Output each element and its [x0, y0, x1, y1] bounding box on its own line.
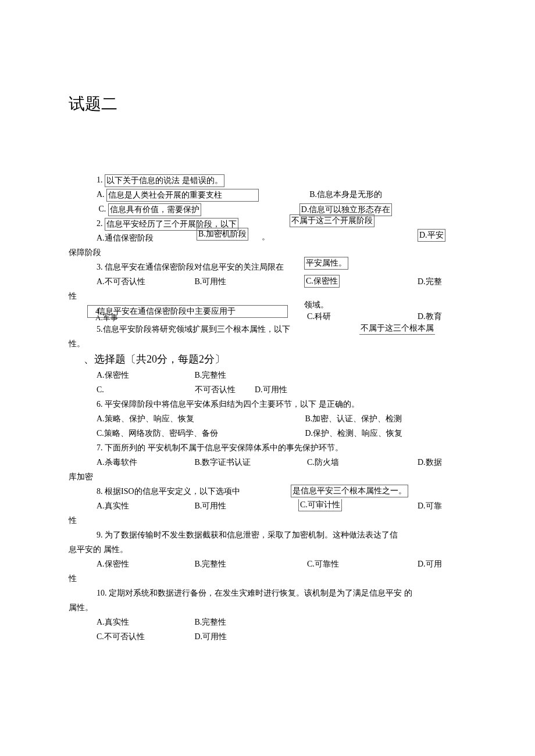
q10-stem: 10. 定期对系统和数据进行备份，在发生灾难时进行恢复。该机制是为了满足信息平安… — [69, 586, 466, 600]
q1-row-ab: A. 信息是人类社会开展的重要支柱 B.信息本身是无形的 — [69, 188, 466, 202]
page-title: 试题二 — [69, 93, 466, 115]
section-heading: 、选择题〔共20分，每题2分〕 — [69, 352, 466, 366]
q8-stem: 8. 根据ISO的信息平安定义，以下选项中 是信息平安三个根本属性之一。 — [69, 485, 466, 499]
q6-c: C.策略、网络攻防、密码学、备份 — [97, 427, 303, 440]
q5-num: 5. — [97, 325, 103, 334]
q2-tail-box: 不属于这三个开展阶段 — [290, 214, 374, 227]
q5-row-ab: A.保密性 B.完整性 — [69, 368, 466, 382]
exam-page: 试题二 1. 以下关于信息的说法 是错误的。 A. 信息是人类社会开展的重要支柱… — [0, 0, 535, 644]
q2-stem: 2. 信息平安经历了三个开展阶段，以下 不属于这三个开展阶段 — [69, 217, 466, 231]
q6-row-cd: C.策略、网络攻防、密码学、备份 D.保护、检测、响应、恢复 — [69, 427, 466, 440]
q8-num: 8. — [97, 487, 105, 496]
q9-stem: 9. 为了数据传输时不发生数据截获和信息泄密，采取了加密机制。这种做法表达了信 — [69, 528, 466, 542]
q10-a: A.真实性 — [97, 615, 192, 629]
q6-b: B.加密、认证、保护、检测 — [305, 414, 402, 423]
q2-dot: 。 — [262, 230, 270, 244]
q7-num: 7. — [97, 443, 105, 452]
q8-b: B.可用性 — [195, 499, 294, 513]
q9-stem-text: 为了数据传输时不发生数据截获和信息泄密，采取了加密机制。这种做法表达了信 — [105, 531, 398, 539]
q5-tail-box: 不属于这三个根本属 — [359, 323, 435, 335]
q1-stem: 1. 以下关于信息的说法 是错误的。 — [69, 173, 466, 187]
q3-b: B.可用性 — [195, 275, 276, 289]
q5-d: D.可用性 — [255, 385, 287, 394]
q4-d: D.教育 — [418, 310, 442, 324]
q3-cont: 性 — [69, 289, 466, 303]
q1-num: 1. — [97, 175, 103, 184]
q5-stem-text: 信息平安阶段将研究领域扩展到三个根本属性，以下 — [103, 325, 290, 334]
q2-num: 2. — [97, 219, 103, 228]
q9-num: 9. — [97, 531, 105, 539]
q1-stem-box: 以下关于信息的说法 是错误的。 — [105, 174, 224, 187]
q5-cont: 性。 — [69, 337, 466, 351]
q10-c: C.不可否认性 — [97, 630, 192, 644]
q8-row: A.真实性 B.可用性 C.可审计性 D.可靠 — [69, 499, 466, 513]
q8-c: C.可审计性 — [298, 499, 342, 511]
q2-cont: 保障阶段 — [69, 246, 466, 260]
q2-row: 。 A.通信保密阶段 B.加密机阶段 D.平安 — [69, 231, 466, 245]
q10-stem-text: 定期对系统和数据进行备份，在发生灾难时进行恢复。该机制是为了满足信息平安 的 — [109, 589, 412, 597]
q7-stem: 7. 下面所列的 平安机制不属于信息平安保障体系中的事先保护环节。 — [69, 441, 466, 455]
q3-tail-box: 平安属性。 — [304, 257, 348, 270]
q1-c-label: C. — [99, 205, 106, 213]
q9-b: B.完整性 — [195, 557, 305, 571]
q6-stem: 6. 平安保障阶段中将信息平安体系归结为四个主要环节，以下 是正确的。 — [69, 397, 466, 411]
q2-a: A.通信保密阶段 — [97, 231, 195, 245]
q9-cont2: 性 — [69, 572, 466, 586]
q3-c-box: C.保密性 — [304, 275, 340, 288]
q8-d: D.可靠 — [418, 499, 442, 513]
q6-a: A.策略、保护、响应、恢复 — [97, 412, 303, 426]
q5-a: A.保密性 — [97, 368, 192, 382]
q3-row: A.不可否认性 B.可用性 C.保密性 D.完整 — [69, 275, 466, 289]
q6-num: 6. — [97, 400, 105, 409]
q9-row: A.保密性 B.完整性 C.可靠性 D.可用 — [69, 557, 466, 571]
q3-num: 3. — [97, 263, 105, 271]
q5-b: B.完整性 — [195, 371, 227, 379]
q1-a-label: A. — [97, 190, 105, 199]
q7-b: B.数字证书认证 — [195, 456, 305, 470]
q7-row: A.杀毒软件 B.数字证书认证 C.防火墙 D.数据 — [69, 456, 466, 470]
q10-d: D.可用性 — [195, 632, 227, 641]
q9-c: C.可靠性 — [307, 557, 412, 571]
q2-d-box: D.平安 — [418, 229, 445, 242]
q1-a-box: 信息是人类社会开展的重要支柱 — [106, 189, 259, 202]
q5-c2: 不可否认性 — [195, 383, 253, 397]
q10-num: 10. — [97, 589, 109, 597]
q3-a: A.不可否认性 — [97, 275, 192, 289]
q9-a: A.保密性 — [97, 557, 192, 571]
q3-stem: 3. 信息平安在通信保密阶段对信息平安的关注局限在 平安属性。 — [69, 260, 466, 274]
q9-cont: 息平安的 属性。 — [69, 543, 466, 557]
q7-c: C.防火墙 — [307, 456, 412, 470]
q10-cont: 属性。 — [69, 601, 466, 615]
q2-b-box: B.加密机阶段 — [197, 228, 248, 241]
q5-stem: 5.信息平安阶段将研究领域扩展到三个根本属性，以下 不属于这三个根本属 — [69, 323, 466, 336]
q6-stem-text: 平安保障阶段中将信息平安体系归结为四个主要环节，以下 是正确的。 — [105, 400, 359, 409]
q3-stem-text: 信息平安在通信保密阶段对信息平安的关注局限在 — [105, 263, 284, 271]
q9-d: D.可用 — [418, 557, 442, 571]
q10-row-ab: A.真实性 B.完整性 — [69, 615, 466, 629]
q4-stem: X 信息平安在通信保密阶段中主要应用于 4. A.军事 领域。 C.科研 D.教… — [69, 304, 466, 318]
q7-stem-text: 下面所列的 平安机制不属于信息平安保障体系中的事先保护环节。 — [105, 443, 343, 452]
q4-c: C.科研 — [307, 310, 331, 324]
q8-tail-box: 是信息平安三个根本属性之一。 — [291, 485, 408, 497]
q1-c-box: 信息具有价值，需要保护 — [108, 203, 201, 216]
q1-b: B.信息本身是无形的 — [309, 190, 382, 199]
q8-stem-text: 根据ISO的信息平安定义，以下选项中 — [105, 487, 240, 496]
q10-b: B.完整性 — [195, 618, 227, 626]
q1-row-cd: C. 信息具有价值，需要保护 D.信息可以独立形态存在 — [69, 202, 466, 216]
q8-a: A.真实性 — [97, 499, 192, 513]
q7-d: D.数据 — [418, 456, 442, 470]
q8-cont: 性 — [69, 514, 466, 528]
q7-a: A.杀毒软件 — [97, 456, 192, 470]
q5-c: C. — [97, 383, 192, 397]
q10-row-cd: C.不可否认性 D.可用性 — [69, 630, 466, 644]
q3-d: D.完整 — [418, 275, 442, 289]
q6-d: D.保护、检测、响应、恢复 — [305, 429, 403, 438]
q6-row-ab: A.策略、保护、响应、恢复 B.加密、认证、保护、检测 — [69, 412, 466, 426]
q7-cont: 库加密 — [69, 470, 466, 484]
q5-row-cd: C. 不可否认性 D.可用性 — [69, 383, 466, 397]
